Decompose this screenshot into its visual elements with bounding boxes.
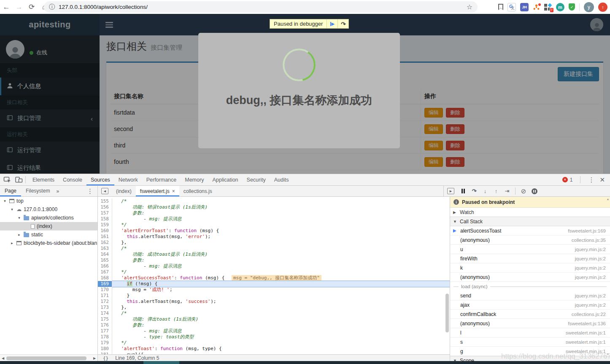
bookmark-flag-icon[interactable] (498, 4, 503, 10)
bookmark-star-icon[interactable]: ☆ (467, 3, 472, 11)
line-number[interactable]: 179 (98, 340, 112, 346)
scrollbar-thumb[interactable] (6, 356, 86, 360)
pause-on-exceptions-icon[interactable] (529, 188, 540, 194)
blocker-extension-icon[interactable]: 7 (544, 3, 552, 11)
tree-node-top[interactable]: ▾top (0, 197, 97, 205)
tree-node-static[interactable]: ▸static (0, 230, 97, 239)
browser-update-button[interactable]: ↑ (598, 3, 607, 12)
navigator-tab-filesystem[interactable]: Filesystem (21, 186, 54, 196)
call-stack-frame[interactable]: kjquery.min.js:2 (450, 263, 610, 273)
line-number[interactable]: 173 (98, 305, 112, 310)
devtools-tab-sources[interactable]: Sources (86, 174, 114, 185)
navigator-hscrollbar[interactable]: ◀ ▶ (0, 354, 97, 361)
site-info-icon[interactable]: ⓘ (49, 3, 55, 11)
line-number[interactable]: 160 (98, 228, 112, 234)
devtools-tab-audits[interactable]: Audits (270, 174, 293, 185)
step-icon[interactable]: ⇥ (502, 188, 513, 194)
line-number[interactable]: 167 (98, 269, 112, 275)
line-number[interactable]: 164 (98, 252, 112, 257)
step-over-call-icon[interactable]: ↷ (469, 188, 480, 194)
tree-node-blockbyte-bs-sidebar (about:blan[interactable]: ▸blockbyte-bs-sidebar (about:blan (0, 239, 97, 247)
line-number[interactable]: 172 (98, 299, 112, 305)
devtools-menu-icon[interactable]: ⋮ (588, 176, 594, 184)
call-stack-frame[interactable]: fireWithjquery.min.js:2 (450, 254, 610, 263)
device-toolbar-icon[interactable] (15, 176, 23, 183)
devtools-tab-memory[interactable]: Memory (181, 174, 208, 185)
line-number[interactable]: 170 (98, 287, 112, 293)
call-stack-frame[interactable]: (anonymous)collections.js:35 (450, 236, 610, 245)
resume-script-icon[interactable]: ▶ (327, 19, 337, 28)
address-bar[interactable]: ⓘ 127.0.0.1:8000/apiwork/collections/ ☆ (44, 1, 478, 13)
back-icon[interactable]: ← (0, 3, 13, 11)
line-number[interactable]: 163 (98, 246, 112, 252)
line-number[interactable]: 162 (98, 240, 112, 246)
line-number[interactable]: 159 (98, 222, 112, 228)
tree-down-arrow-icon[interactable]: ▾ (17, 216, 22, 220)
call-stack-frame[interactable]: ssweetalert.min.js:1 (450, 337, 610, 347)
line-number[interactable]: 180 (98, 346, 112, 352)
devtools-tab-performance[interactable]: Performance (142, 174, 181, 185)
devtools-tab-elements[interactable]: Elements (28, 174, 59, 185)
tree-right-arrow-icon[interactable]: ▸ (10, 241, 14, 245)
watch-section-header[interactable]: ▶ Watch (450, 208, 610, 217)
call-stack-frame[interactable]: ajaxjquery.min.js:2 (450, 300, 610, 310)
profile-avatar[interactable]: y (584, 2, 594, 12)
devtools-tab-console[interactable]: Console (59, 174, 86, 185)
call-stack-section-header[interactable]: ▼ Call Stack (450, 217, 610, 226)
line-number[interactable]: 168 (98, 275, 112, 281)
call-stack-frame[interactable]: (anonymous)jquery.min.js:2 (450, 273, 610, 282)
call-stack-frame[interactable]: lsweetalert.min.js:1 (450, 328, 610, 337)
close-tab-icon[interactable]: × (172, 188, 175, 194)
line-number[interactable]: 157 (98, 210, 112, 216)
line-number[interactable]: 178 (98, 334, 112, 340)
more-tabs-icon[interactable]: » (56, 188, 59, 194)
line-number[interactable]: 171 (98, 293, 112, 299)
inspect-element-icon[interactable] (3, 176, 11, 183)
tree-node-apiwork/collections[interactable]: ▾apiwork/collections (0, 214, 97, 222)
adblock-shield-icon[interactable]: ✓ (569, 3, 575, 11)
file-tab-collections.js[interactable]: collections.js (179, 186, 216, 196)
sidebar-vscrollbar[interactable]: ▲ ▼ (606, 197, 610, 361)
line-number[interactable]: 165 (98, 257, 112, 263)
line-number[interactable]: 174 (98, 310, 112, 316)
refresh-icon[interactable]: ⟳ (25, 3, 38, 11)
step-into-call-icon[interactable]: ↓ (480, 188, 491, 194)
tree-down-arrow-icon[interactable]: ▾ (10, 207, 14, 211)
call-stack-frame[interactable]: (anonymous)fsweetalert.js:136 (450, 319, 610, 328)
translate-extension-icon[interactable]: G 文 (507, 3, 516, 11)
hide-navigator-icon[interactable]: ◀ (101, 188, 108, 194)
step-out-call-icon[interactable]: ↑ (491, 188, 502, 194)
error-count-badge[interactable]: ✕ 1 (562, 177, 573, 183)
tree-node-(index)[interactable]: (index) (0, 222, 97, 230)
devtools-close-icon[interactable]: ✕ (599, 176, 605, 184)
call-stack-frame[interactable]: confirmCallbackcollections.js:22 (450, 310, 610, 319)
file-tab-(index)[interactable]: (index) (112, 186, 136, 196)
navigator-menu-icon[interactable]: ⋮ (87, 187, 93, 195)
line-number[interactable]: 161 (98, 234, 112, 240)
tree-right-arrow-icon[interactable]: ▸ (17, 233, 22, 237)
jh-extension-icon[interactable]: JH (520, 3, 529, 11)
hide-debugger-sidebar-icon[interactable]: ▶ (447, 188, 454, 194)
deactivate-breakpoints-icon[interactable]: ⊘ (518, 187, 529, 195)
editor-vscrollbar-thumb[interactable] (445, 294, 449, 332)
m-extension-icon[interactable]: m (556, 3, 564, 11)
org-extension-icon[interactable] (533, 4, 540, 10)
line-number[interactable]: 176 (98, 322, 112, 328)
line-number[interactable]: 166 (98, 263, 112, 269)
call-stack-frame[interactable]: alertSuccessToastfsweetalert.js:169 (450, 226, 610, 236)
file-tab-fsweetalert.js[interactable]: fsweetalert.js× (136, 186, 179, 196)
pretty-print-icon[interactable]: {} (103, 356, 108, 361)
devtools-tab-application[interactable]: Application (208, 174, 242, 185)
url-text[interactable]: 127.0.0.1:8000/apiwork/collections/ (59, 4, 148, 10)
line-number[interactable]: 158 (98, 216, 112, 222)
tree-down-arrow-icon[interactable]: ▾ (3, 199, 7, 203)
line-number[interactable]: 177 (98, 328, 112, 334)
line-number[interactable]: 156 (98, 204, 112, 210)
devtools-tab-security[interactable]: Security (243, 174, 270, 185)
line-number[interactable]: 175 (98, 316, 112, 322)
line-number[interactable]: 169 (98, 281, 112, 287)
call-stack-frame[interactable]: sendjquery.min.js:2 (450, 291, 610, 300)
line-number[interactable]: 155 (98, 198, 112, 204)
step-over-icon[interactable]: ↷ (337, 19, 348, 28)
call-stack-frame[interactable]: ujquery.min.js:2 (450, 245, 610, 254)
